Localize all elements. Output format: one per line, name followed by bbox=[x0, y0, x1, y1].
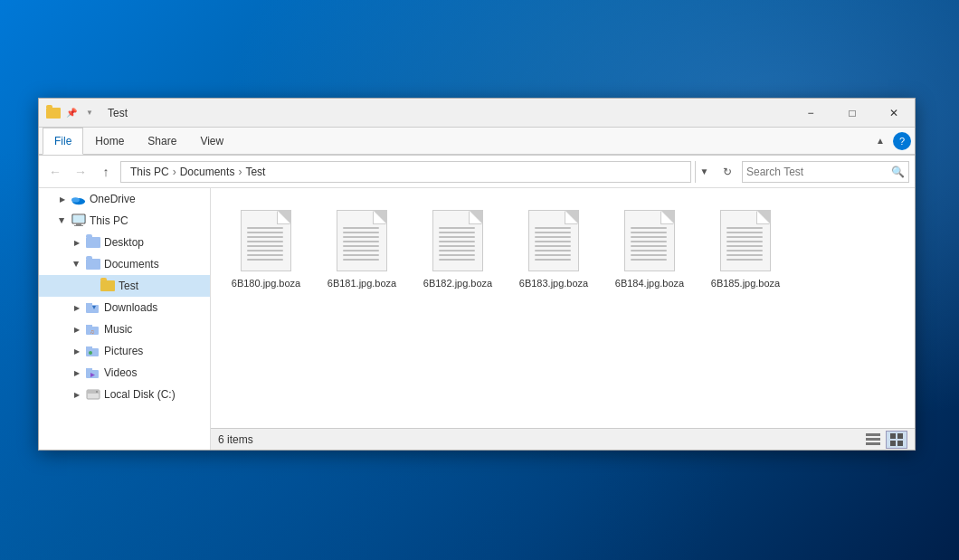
up-button[interactable]: ↑ bbox=[95, 161, 117, 183]
expand-arrow-local-disk: ▶ bbox=[71, 389, 82, 400]
ribbon: File Home Share View ▲ ? bbox=[39, 128, 915, 156]
file-lines bbox=[726, 227, 763, 261]
view-buttons bbox=[862, 431, 907, 449]
expand-arrow-pictures: ▶ bbox=[71, 346, 82, 356]
tab-home[interactable]: Home bbox=[83, 128, 136, 155]
large-icon-view-button[interactable] bbox=[886, 431, 907, 449]
sidebar-item-test[interactable]: ▶ Test bbox=[39, 275, 210, 297]
back-button[interactable]: ← bbox=[44, 161, 66, 183]
svg-rect-6 bbox=[86, 305, 99, 313]
svg-rect-5 bbox=[74, 225, 83, 226]
svg-rect-12 bbox=[86, 348, 99, 356]
sidebar-label-local-disk: Local Disk (C:) bbox=[104, 388, 176, 401]
expand-arrow-this-pc: ▶ bbox=[57, 215, 68, 226]
svg-rect-10 bbox=[86, 325, 92, 327]
quick-access-arrow: ▼ bbox=[82, 106, 97, 120]
svg-rect-7 bbox=[86, 303, 92, 306]
window-title: Test bbox=[104, 107, 790, 119]
ribbon-tabs: File Home Share View ▲ ? bbox=[39, 128, 915, 155]
file-item[interactable]: 6B185.jpg.boza bbox=[705, 203, 786, 297]
sidebar-label-this-pc: This PC bbox=[90, 214, 128, 227]
crumb-documents[interactable]: Documents bbox=[178, 166, 237, 178]
sidebar-label-pictures: Pictures bbox=[104, 345, 143, 357]
file-item[interactable]: 6B180.jpg.boza bbox=[225, 203, 307, 297]
sidebar-item-onedrive[interactable]: ▶ OneDrive bbox=[39, 188, 210, 210]
tab-view[interactable]: View bbox=[188, 128, 235, 155]
sidebar-label-documents: Documents bbox=[104, 258, 159, 271]
file-name: 6B185.jpg.boza bbox=[711, 277, 780, 289]
file-icon bbox=[337, 210, 387, 271]
maximize-button[interactable]: □ bbox=[831, 99, 873, 128]
file-explorer-window: 📌 ▼ Test − □ ✕ File Home Share View ▲ ? … bbox=[38, 98, 916, 451]
file-name: 6B181.jpg.boza bbox=[328, 277, 396, 289]
window-controls: − □ ✕ bbox=[790, 99, 915, 127]
address-input[interactable]: This PC › Documents › Test bbox=[120, 161, 691, 183]
downloads-folder-icon bbox=[86, 300, 100, 315]
sidebar-label-test: Test bbox=[119, 280, 138, 292]
svg-point-1 bbox=[71, 197, 80, 202]
ribbon-expand-button[interactable]: ▲ bbox=[871, 132, 889, 150]
expand-arrow-videos: ▶ bbox=[71, 367, 82, 378]
file-item[interactable]: 6B182.jpg.boza bbox=[417, 203, 498, 297]
crumb-this-pc[interactable]: This PC bbox=[128, 166, 171, 178]
file-lines bbox=[631, 227, 667, 261]
tab-file[interactable]: File bbox=[43, 128, 83, 155]
help-button[interactable]: ? bbox=[893, 132, 911, 150]
expand-arrow-music: ▶ bbox=[71, 324, 82, 335]
pc-icon bbox=[71, 214, 86, 228]
forward-button[interactable]: → bbox=[70, 161, 91, 183]
sidebar-item-local-disk[interactable]: ▶ Local Disk (C:) bbox=[39, 384, 210, 405]
file-icon bbox=[432, 210, 483, 271]
sidebar: ▶ OneDrive ▶ bbox=[39, 188, 211, 450]
svg-rect-16 bbox=[86, 368, 92, 371]
sidebar-item-desktop[interactable]: ▶ Desktop bbox=[39, 232, 210, 253]
details-view-button[interactable] bbox=[862, 431, 884, 449]
file-lines bbox=[343, 227, 379, 261]
sidebar-item-pictures[interactable]: ▶ Pictures bbox=[39, 340, 210, 362]
videos-folder-icon bbox=[86, 365, 100, 380]
music-folder-icon: ♫ bbox=[86, 322, 100, 337]
sidebar-item-documents[interactable]: ▶ Documents bbox=[39, 253, 210, 275]
address-bar: ← → ↑ This PC › Documents › Test ▼ ↻ 🔍 bbox=[39, 156, 915, 188]
svg-point-20 bbox=[96, 391, 98, 393]
file-lines bbox=[535, 227, 571, 261]
folder-icon bbox=[46, 106, 61, 120]
sidebar-item-videos[interactable]: ▶ Videos bbox=[39, 362, 210, 384]
sidebar-item-this-pc[interactable]: ▶ This PC bbox=[39, 210, 210, 232]
documents-folder-icon bbox=[86, 257, 100, 271]
file-grid: 6B180.jpg.boza 6B181.jpg.boza 6B182.jpg.… bbox=[211, 188, 915, 428]
desktop-folder-icon bbox=[86, 235, 100, 250]
search-input[interactable] bbox=[746, 166, 888, 178]
file-item[interactable]: 6B184.jpg.boza bbox=[609, 203, 690, 297]
file-name: 6B182.jpg.boza bbox=[423, 277, 492, 289]
pin-icon: 📌 bbox=[64, 106, 79, 120]
sidebar-item-music[interactable]: ▶ ♫ Music bbox=[39, 318, 210, 340]
close-button[interactable]: ✕ bbox=[873, 99, 915, 128]
sidebar-scroll-area: ▶ OneDrive ▶ bbox=[39, 188, 210, 450]
ribbon-right: ▲ ? bbox=[871, 132, 911, 150]
tab-share[interactable]: Share bbox=[136, 128, 188, 155]
file-name: 6B180.jpg.boza bbox=[232, 277, 300, 289]
address-chevron[interactable]: ▼ bbox=[695, 161, 713, 183]
main-content: ▶ OneDrive ▶ bbox=[39, 188, 915, 450]
status-bar: 6 items bbox=[211, 428, 915, 450]
search-box[interactable]: 🔍 bbox=[742, 161, 909, 183]
search-icon[interactable]: 🔍 bbox=[891, 166, 905, 178]
svg-rect-4 bbox=[76, 223, 81, 225]
minimize-button[interactable]: − bbox=[790, 99, 831, 128]
sidebar-label-music: Music bbox=[104, 323, 132, 336]
file-lines bbox=[247, 227, 283, 261]
svg-rect-13 bbox=[86, 346, 92, 349]
sidebar-label-videos: Videos bbox=[104, 366, 137, 379]
test-folder-icon bbox=[100, 279, 115, 293]
file-icon bbox=[720, 210, 771, 271]
file-icon bbox=[624, 210, 675, 271]
refresh-button[interactable]: ↻ bbox=[717, 161, 738, 183]
file-item[interactable]: 6B181.jpg.boza bbox=[321, 203, 403, 297]
pictures-folder-icon bbox=[86, 344, 100, 358]
sidebar-label-onedrive: OneDrive bbox=[90, 193, 136, 205]
expand-arrow-downloads: ▶ bbox=[71, 302, 82, 313]
file-item[interactable]: 6B183.jpg.boza bbox=[513, 203, 594, 297]
sidebar-item-downloads[interactable]: ▶ Downloads bbox=[39, 297, 210, 318]
crumb-test[interactable]: Test bbox=[243, 166, 267, 178]
